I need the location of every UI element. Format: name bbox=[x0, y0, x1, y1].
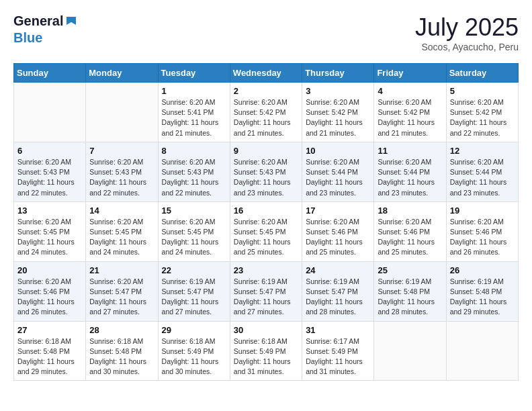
calendar-day-cell: 2Sunrise: 6:20 AM Sunset: 5:42 PM Daylig… bbox=[230, 83, 302, 142]
calendar-day-cell: 5Sunrise: 6:20 AM Sunset: 5:42 PM Daylig… bbox=[446, 83, 518, 142]
calendar-day-cell: 10Sunrise: 6:20 AM Sunset: 5:44 PM Dayli… bbox=[302, 142, 374, 201]
day-info: Sunrise: 6:20 AM Sunset: 5:42 PM Dayligh… bbox=[450, 97, 515, 138]
calendar-day-cell: 26Sunrise: 6:19 AM Sunset: 5:48 PM Dayli… bbox=[446, 261, 518, 321]
day-number: 29 bbox=[162, 325, 226, 335]
location-subtitle: Socos, Ayacucho, Peru bbox=[415, 42, 519, 52]
day-number: 30 bbox=[234, 325, 298, 335]
day-number: 3 bbox=[306, 86, 370, 96]
calendar-day-cell: 28Sunrise: 6:18 AM Sunset: 5:48 PM Dayli… bbox=[86, 321, 158, 381]
calendar-day-cell bbox=[374, 321, 446, 381]
calendar-day-cell: 9Sunrise: 6:20 AM Sunset: 5:43 PM Daylig… bbox=[230, 142, 302, 201]
day-info: Sunrise: 6:20 AM Sunset: 5:44 PM Dayligh… bbox=[378, 157, 442, 198]
weekday-header-tuesday: Tuesday bbox=[158, 64, 230, 83]
calendar-day-cell: 31Sunrise: 6:17 AM Sunset: 5:49 PM Dayli… bbox=[302, 321, 374, 381]
svg-marker-0 bbox=[66, 17, 76, 25]
day-number: 2 bbox=[234, 86, 298, 96]
calendar-week-row: 13Sunrise: 6:20 AM Sunset: 5:45 PM Dayli… bbox=[14, 201, 519, 261]
calendar-week-row: 27Sunrise: 6:18 AM Sunset: 5:48 PM Dayli… bbox=[14, 321, 519, 381]
day-number: 23 bbox=[234, 265, 298, 275]
day-number: 12 bbox=[450, 146, 515, 156]
day-number: 6 bbox=[17, 146, 82, 156]
day-number: 8 bbox=[162, 146, 226, 156]
day-number: 16 bbox=[234, 205, 298, 216]
day-number: 5 bbox=[450, 86, 515, 96]
calendar-day-cell: 22Sunrise: 6:19 AM Sunset: 5:47 PM Dayli… bbox=[158, 261, 230, 321]
day-number: 20 bbox=[17, 265, 82, 275]
weekday-header-sunday: Sunday bbox=[14, 64, 86, 83]
calendar-day-cell: 14Sunrise: 6:20 AM Sunset: 5:45 PM Dayli… bbox=[86, 201, 158, 261]
day-number: 21 bbox=[89, 265, 154, 275]
day-info: Sunrise: 6:20 AM Sunset: 5:42 PM Dayligh… bbox=[378, 97, 442, 138]
day-number: 10 bbox=[306, 146, 370, 156]
day-number: 22 bbox=[162, 265, 226, 275]
weekday-header-monday: Monday bbox=[86, 64, 158, 83]
day-info: Sunrise: 6:19 AM Sunset: 5:47 PM Dayligh… bbox=[162, 277, 226, 318]
day-info: Sunrise: 6:20 AM Sunset: 5:42 PM Dayligh… bbox=[234, 97, 298, 138]
logo-general: General bbox=[13, 13, 63, 28]
day-number: 28 bbox=[89, 325, 154, 335]
calendar-day-cell: 25Sunrise: 6:19 AM Sunset: 5:48 PM Dayli… bbox=[374, 261, 446, 321]
day-info: Sunrise: 6:20 AM Sunset: 5:46 PM Dayligh… bbox=[378, 217, 442, 258]
calendar-day-cell: 20Sunrise: 6:20 AM Sunset: 5:46 PM Dayli… bbox=[14, 261, 86, 321]
calendar-day-cell: 21Sunrise: 6:20 AM Sunset: 5:47 PM Dayli… bbox=[86, 261, 158, 321]
day-number: 19 bbox=[450, 205, 515, 216]
calendar-day-cell: 29Sunrise: 6:18 AM Sunset: 5:49 PM Dayli… bbox=[158, 321, 230, 381]
calendar-day-cell: 15Sunrise: 6:20 AM Sunset: 5:45 PM Dayli… bbox=[158, 201, 230, 261]
day-info: Sunrise: 6:19 AM Sunset: 5:48 PM Dayligh… bbox=[378, 277, 442, 318]
calendar-day-cell: 24Sunrise: 6:19 AM Sunset: 5:47 PM Dayli… bbox=[302, 261, 374, 321]
day-info: Sunrise: 6:20 AM Sunset: 5:43 PM Dayligh… bbox=[17, 157, 82, 198]
day-number: 15 bbox=[162, 205, 226, 216]
day-number: 9 bbox=[234, 146, 298, 156]
day-info: Sunrise: 6:20 AM Sunset: 5:42 PM Dayligh… bbox=[306, 97, 370, 138]
logo-text: General Blue bbox=[13, 13, 79, 46]
calendar-day-cell: 8Sunrise: 6:20 AM Sunset: 5:43 PM Daylig… bbox=[158, 142, 230, 201]
day-number: 18 bbox=[378, 205, 442, 216]
calendar-day-cell: 4Sunrise: 6:20 AM Sunset: 5:42 PM Daylig… bbox=[374, 83, 446, 142]
day-number: 1 bbox=[162, 86, 226, 96]
day-info: Sunrise: 6:20 AM Sunset: 5:45 PM Dayligh… bbox=[89, 217, 154, 258]
day-number: 31 bbox=[306, 325, 370, 335]
day-info: Sunrise: 6:20 AM Sunset: 5:43 PM Dayligh… bbox=[162, 157, 226, 198]
day-info: Sunrise: 6:20 AM Sunset: 5:45 PM Dayligh… bbox=[234, 217, 298, 258]
day-info: Sunrise: 6:20 AM Sunset: 5:43 PM Dayligh… bbox=[89, 157, 154, 198]
day-info: Sunrise: 6:20 AM Sunset: 5:44 PM Dayligh… bbox=[450, 157, 515, 198]
calendar-week-row: 20Sunrise: 6:20 AM Sunset: 5:46 PM Dayli… bbox=[14, 261, 519, 321]
page-header: General Blue July 2025 Socos, Ayacucho, … bbox=[13, 13, 519, 52]
weekday-header-wednesday: Wednesday bbox=[230, 64, 302, 83]
calendar-day-cell: 1Sunrise: 6:20 AM Sunset: 5:41 PM Daylig… bbox=[158, 83, 230, 142]
day-info: Sunrise: 6:17 AM Sunset: 5:49 PM Dayligh… bbox=[306, 336, 370, 377]
weekday-header-thursday: Thursday bbox=[302, 64, 374, 83]
calendar-day-cell bbox=[14, 83, 86, 142]
calendar-week-row: 6Sunrise: 6:20 AM Sunset: 5:43 PM Daylig… bbox=[14, 142, 519, 201]
day-number: 25 bbox=[378, 265, 442, 275]
day-info: Sunrise: 6:20 AM Sunset: 5:41 PM Dayligh… bbox=[162, 97, 226, 138]
day-number: 7 bbox=[89, 146, 154, 156]
day-info: Sunrise: 6:18 AM Sunset: 5:49 PM Dayligh… bbox=[234, 336, 298, 377]
day-info: Sunrise: 6:18 AM Sunset: 5:48 PM Dayligh… bbox=[17, 336, 82, 377]
day-number: 27 bbox=[17, 325, 82, 335]
day-number: 24 bbox=[306, 265, 370, 275]
calendar-day-cell: 30Sunrise: 6:18 AM Sunset: 5:49 PM Dayli… bbox=[230, 321, 302, 381]
calendar-table: SundayMondayTuesdayWednesdayThursdayFrid… bbox=[13, 63, 519, 381]
calendar-day-cell: 27Sunrise: 6:18 AM Sunset: 5:48 PM Dayli… bbox=[14, 321, 86, 381]
weekday-header-row: SundayMondayTuesdayWednesdayThursdayFrid… bbox=[14, 64, 519, 83]
calendar-day-cell: 16Sunrise: 6:20 AM Sunset: 5:45 PM Dayli… bbox=[230, 201, 302, 261]
day-info: Sunrise: 6:20 AM Sunset: 5:44 PM Dayligh… bbox=[306, 157, 370, 198]
day-info: Sunrise: 6:20 AM Sunset: 5:45 PM Dayligh… bbox=[17, 217, 82, 258]
calendar-week-row: 1Sunrise: 6:20 AM Sunset: 5:41 PM Daylig… bbox=[14, 83, 519, 142]
logo-flag-icon bbox=[64, 15, 79, 30]
day-info: Sunrise: 6:20 AM Sunset: 5:47 PM Dayligh… bbox=[89, 277, 154, 318]
day-number: 17 bbox=[306, 205, 370, 216]
day-info: Sunrise: 6:20 AM Sunset: 5:46 PM Dayligh… bbox=[17, 277, 82, 318]
day-number: 11 bbox=[378, 146, 442, 156]
day-info: Sunrise: 6:19 AM Sunset: 5:47 PM Dayligh… bbox=[234, 277, 298, 318]
day-info: Sunrise: 6:18 AM Sunset: 5:48 PM Dayligh… bbox=[89, 336, 154, 377]
calendar-day-cell: 18Sunrise: 6:20 AM Sunset: 5:46 PM Dayli… bbox=[374, 201, 446, 261]
title-area: July 2025 Socos, Ayacucho, Peru bbox=[415, 13, 519, 52]
calendar-day-cell bbox=[446, 321, 518, 381]
calendar-day-cell: 3Sunrise: 6:20 AM Sunset: 5:42 PM Daylig… bbox=[302, 83, 374, 142]
day-info: Sunrise: 6:20 AM Sunset: 5:43 PM Dayligh… bbox=[234, 157, 298, 198]
calendar-day-cell: 11Sunrise: 6:20 AM Sunset: 5:44 PM Dayli… bbox=[374, 142, 446, 201]
day-info: Sunrise: 6:20 AM Sunset: 5:45 PM Dayligh… bbox=[162, 217, 226, 258]
day-info: Sunrise: 6:18 AM Sunset: 5:49 PM Dayligh… bbox=[162, 336, 226, 377]
